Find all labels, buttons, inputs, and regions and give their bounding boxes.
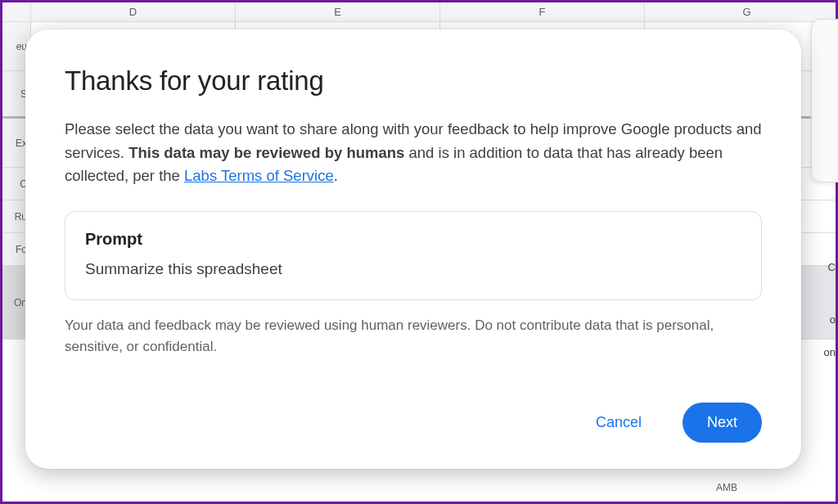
dialog-actions: Cancel Next	[65, 386, 762, 443]
feedback-dialog: Thanks for your rating Please select the…	[25, 29, 801, 469]
disclaimer-text: Your data and feedback may be reviewed u…	[65, 315, 762, 358]
prompt-card: Prompt Summarize this spreadsheet	[65, 211, 762, 300]
side-text: on	[824, 346, 836, 358]
column-header[interactable]: D	[31, 2, 236, 21]
column-header[interactable]: E	[236, 2, 440, 21]
dialog-description: Please select the data you want to share…	[65, 118, 762, 188]
side-panel	[811, 19, 838, 182]
terms-link[interactable]: Labs Terms of Service	[184, 167, 334, 184]
cancel-button[interactable]: Cancel	[571, 403, 666, 443]
dialog-title: Thanks for your rating	[65, 65, 762, 97]
column-header[interactable]: F	[440, 2, 645, 21]
next-button[interactable]: Next	[683, 403, 762, 443]
bottom-label: AMB	[716, 482, 737, 493]
viewport: D E F G eu S Ex C Ru Fo On C o on AMB Th…	[0, 0, 838, 504]
prompt-text: Summarize this spreadsheet	[85, 260, 741, 278]
side-text: C	[828, 261, 836, 273]
desc-text: .	[334, 167, 338, 184]
side-text: o	[830, 313, 836, 326]
column-header[interactable]: G	[645, 2, 838, 21]
desc-bold: This data may be reviewed by humans	[128, 144, 404, 161]
row-header-blank	[2, 2, 31, 21]
prompt-label: Prompt	[85, 230, 741, 249]
column-headers: D E F G	[2, 2, 836, 22]
